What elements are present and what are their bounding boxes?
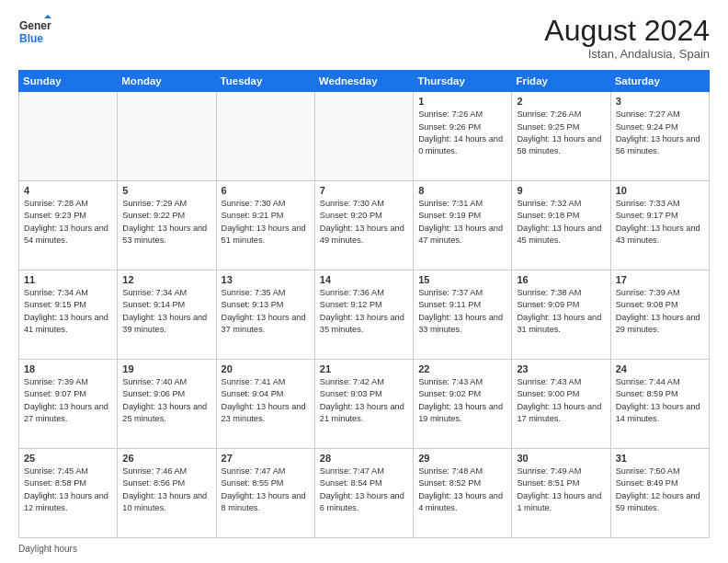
table-row: 19Sunrise: 7:40 AM Sunset: 9:06 PM Dayli…	[118, 360, 216, 449]
day-info: Sunrise: 7:37 AM Sunset: 9:11 PM Dayligh…	[418, 287, 506, 336]
calendar-week-row: 1Sunrise: 7:26 AM Sunset: 9:26 PM Daylig…	[19, 92, 710, 181]
table-row: 20Sunrise: 7:41 AM Sunset: 9:04 PM Dayli…	[216, 360, 314, 449]
table-row: 4Sunrise: 7:28 AM Sunset: 9:23 PM Daylig…	[19, 181, 118, 270]
table-row: 6Sunrise: 7:30 AM Sunset: 9:21 PM Daylig…	[216, 181, 314, 270]
table-row: 1Sunrise: 7:26 AM Sunset: 9:26 PM Daylig…	[414, 92, 512, 181]
day-info: Sunrise: 7:27 AM Sunset: 9:24 PM Dayligh…	[616, 109, 704, 157]
table-row: 11Sunrise: 7:34 AM Sunset: 9:15 PM Dayli…	[19, 270, 118, 360]
day-info: Sunrise: 7:40 AM Sunset: 9:06 PM Dayligh…	[122, 376, 210, 425]
calendar-week-row: 18Sunrise: 7:39 AM Sunset: 9:07 PM Dayli…	[19, 360, 710, 449]
table-row: 23Sunrise: 7:43 AM Sunset: 9:00 PM Dayli…	[512, 360, 610, 449]
day-number: 14	[320, 274, 408, 285]
table-row: 15Sunrise: 7:37 AM Sunset: 9:11 PM Dayli…	[414, 270, 512, 360]
col-thursday: Thursday	[414, 71, 512, 92]
table-row: 5Sunrise: 7:29 AM Sunset: 9:22 PM Daylig…	[118, 181, 216, 270]
col-sunday: Sunday	[19, 71, 118, 92]
day-info: Sunrise: 7:50 AM Sunset: 8:49 PM Dayligh…	[616, 465, 704, 514]
day-number: 9	[517, 185, 605, 196]
day-info: Sunrise: 7:47 AM Sunset: 8:55 PM Dayligh…	[222, 465, 310, 514]
day-info: Sunrise: 7:31 AM Sunset: 9:19 PM Dayligh…	[418, 198, 506, 247]
day-number: 7	[320, 185, 408, 196]
day-number: 11	[24, 274, 112, 285]
table-row: 31Sunrise: 7:50 AM Sunset: 8:49 PM Dayli…	[610, 449, 709, 538]
calendar-header-row: Sunday Monday Tuesday Wednesday Thursday…	[19, 71, 710, 92]
day-info: Sunrise: 7:46 AM Sunset: 8:56 PM Dayligh…	[122, 465, 210, 514]
day-info: Sunrise: 7:49 AM Sunset: 8:51 PM Dayligh…	[517, 465, 605, 514]
table-row: 13Sunrise: 7:35 AM Sunset: 9:13 PM Dayli…	[216, 270, 314, 360]
table-row: 2Sunrise: 7:26 AM Sunset: 9:25 PM Daylig…	[512, 92, 610, 181]
table-row	[118, 92, 216, 181]
day-number: 16	[517, 274, 605, 285]
table-row: 21Sunrise: 7:42 AM Sunset: 9:03 PM Dayli…	[314, 360, 413, 449]
day-number: 21	[320, 363, 408, 374]
col-tuesday: Tuesday	[216, 71, 314, 92]
table-row: 9Sunrise: 7:32 AM Sunset: 9:18 PM Daylig…	[512, 181, 610, 270]
logo: General Blue	[18, 15, 51, 48]
logo-svg-container: General Blue	[18, 15, 51, 48]
day-number: 6	[222, 185, 310, 196]
day-info: Sunrise: 7:42 AM Sunset: 9:03 PM Dayligh…	[320, 376, 408, 425]
page: General Blue August 2024 Istan, Andalusi…	[0, 0, 728, 563]
table-row	[314, 92, 413, 181]
day-number: 28	[320, 453, 408, 464]
calendar-body: 1Sunrise: 7:26 AM Sunset: 9:26 PM Daylig…	[19, 92, 710, 538]
day-info: Sunrise: 7:39 AM Sunset: 9:08 PM Dayligh…	[616, 287, 704, 336]
day-number: 18	[24, 363, 112, 374]
table-row: 7Sunrise: 7:30 AM Sunset: 9:20 PM Daylig…	[314, 181, 413, 270]
table-row: 24Sunrise: 7:44 AM Sunset: 8:59 PM Dayli…	[610, 360, 709, 449]
table-row: 8Sunrise: 7:31 AM Sunset: 9:19 PM Daylig…	[414, 181, 512, 270]
col-friday: Friday	[512, 71, 610, 92]
day-number: 30	[517, 453, 605, 464]
day-info: Sunrise: 7:32 AM Sunset: 9:18 PM Dayligh…	[517, 198, 605, 247]
day-number: 29	[418, 453, 506, 464]
day-info: Sunrise: 7:38 AM Sunset: 9:09 PM Dayligh…	[517, 287, 605, 336]
day-number: 1	[418, 96, 506, 107]
calendar-week-row: 25Sunrise: 7:45 AM Sunset: 8:58 PM Dayli…	[19, 449, 710, 538]
day-info: Sunrise: 7:35 AM Sunset: 9:13 PM Dayligh…	[222, 287, 310, 336]
day-number: 15	[418, 274, 506, 285]
calendar-table: Sunday Monday Tuesday Wednesday Thursday…	[18, 70, 710, 538]
header: General Blue August 2024 Istan, Andalusi…	[18, 15, 710, 61]
day-number: 4	[24, 185, 112, 196]
day-info: Sunrise: 7:33 AM Sunset: 9:17 PM Dayligh…	[616, 198, 704, 247]
day-info: Sunrise: 7:48 AM Sunset: 8:52 PM Dayligh…	[418, 465, 506, 514]
day-info: Sunrise: 7:26 AM Sunset: 9:25 PM Dayligh…	[517, 109, 605, 157]
location-subtitle: Istan, Andalusia, Spain	[544, 47, 710, 61]
day-info: Sunrise: 7:47 AM Sunset: 8:54 PM Dayligh…	[320, 465, 408, 514]
daylight-label: Daylight hours	[18, 544, 77, 554]
table-row: 12Sunrise: 7:34 AM Sunset: 9:14 PM Dayli…	[118, 270, 216, 360]
month-title: August 2024	[544, 15, 710, 47]
svg-text:General: General	[19, 19, 51, 32]
table-row: 27Sunrise: 7:47 AM Sunset: 8:55 PM Dayli…	[216, 449, 314, 538]
day-info: Sunrise: 7:43 AM Sunset: 9:00 PM Dayligh…	[517, 376, 605, 425]
svg-text:Blue: Blue	[19, 32, 43, 45]
day-info: Sunrise: 7:34 AM Sunset: 9:14 PM Dayligh…	[122, 287, 210, 336]
table-row: 16Sunrise: 7:38 AM Sunset: 9:09 PM Dayli…	[512, 270, 610, 360]
day-number: 25	[24, 453, 112, 464]
day-number: 12	[122, 274, 210, 285]
table-row: 10Sunrise: 7:33 AM Sunset: 9:17 PM Dayli…	[610, 181, 709, 270]
col-saturday: Saturday	[610, 71, 709, 92]
day-info: Sunrise: 7:45 AM Sunset: 8:58 PM Dayligh…	[24, 465, 112, 514]
day-info: Sunrise: 7:29 AM Sunset: 9:22 PM Dayligh…	[122, 198, 210, 247]
table-row: 25Sunrise: 7:45 AM Sunset: 8:58 PM Dayli…	[19, 449, 118, 538]
svg-marker-2	[44, 15, 51, 18]
day-info: Sunrise: 7:34 AM Sunset: 9:15 PM Dayligh…	[24, 287, 112, 336]
day-number: 24	[616, 363, 704, 374]
table-row: 30Sunrise: 7:49 AM Sunset: 8:51 PM Dayli…	[512, 449, 610, 538]
day-number: 20	[222, 363, 310, 374]
day-info: Sunrise: 7:39 AM Sunset: 9:07 PM Dayligh…	[24, 376, 112, 425]
table-row: 28Sunrise: 7:47 AM Sunset: 8:54 PM Dayli…	[314, 449, 413, 538]
day-number: 22	[418, 363, 506, 374]
day-number: 19	[122, 363, 210, 374]
day-number: 13	[222, 274, 310, 285]
day-info: Sunrise: 7:43 AM Sunset: 9:02 PM Dayligh…	[418, 376, 506, 425]
day-info: Sunrise: 7:26 AM Sunset: 9:26 PM Dayligh…	[418, 109, 506, 157]
day-info: Sunrise: 7:36 AM Sunset: 9:12 PM Dayligh…	[320, 287, 408, 336]
calendar-week-row: 4Sunrise: 7:28 AM Sunset: 9:23 PM Daylig…	[19, 181, 710, 270]
footer: Daylight hours	[18, 544, 710, 554]
table-row: 29Sunrise: 7:48 AM Sunset: 8:52 PM Dayli…	[414, 449, 512, 538]
day-info: Sunrise: 7:28 AM Sunset: 9:23 PM Dayligh…	[24, 198, 112, 247]
table-row: 3Sunrise: 7:27 AM Sunset: 9:24 PM Daylig…	[610, 92, 709, 181]
table-row	[19, 92, 118, 181]
